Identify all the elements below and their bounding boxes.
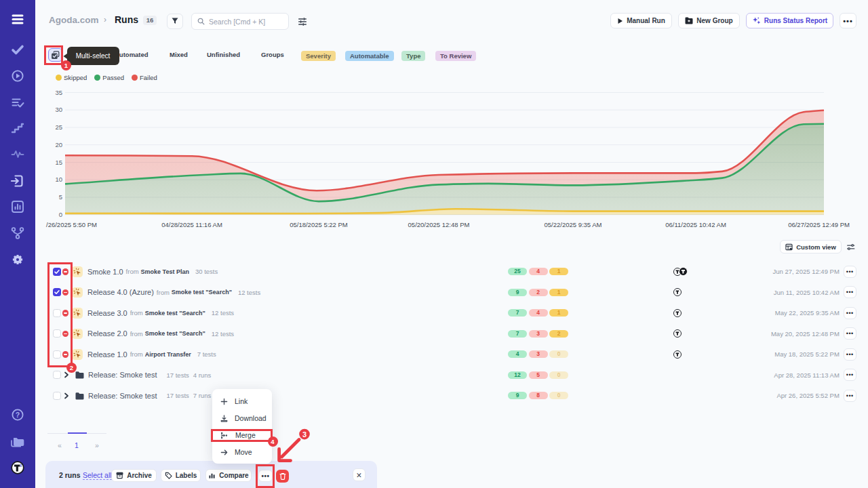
svg-text:05/22/2025 9:35 AM: 05/22/2025 9:35 AM [544,221,601,228]
svg-text:3: 3 [302,430,307,439]
svg-text:05/18/2025 5:22 PM: 05/18/2025 5:22 PM [290,221,348,228]
svg-text:0: 0 [59,211,62,218]
svg-text:25: 25 [55,123,62,131]
svg-text:20: 20 [55,141,62,148]
svg-text:35: 35 [55,89,62,96]
svg-text:05/20/2025 12:48 PM: 05/20/2025 12:48 PM [408,221,470,228]
svg-text:5: 5 [59,193,62,201]
svg-text:15: 15 [55,159,62,166]
svg-text:/26/2025 5:50 PM: /26/2025 5:50 PM [46,221,97,228]
svg-text:04/28/2025 11:16 AM: 04/28/2025 11:16 AM [161,221,222,228]
svg-text:?: ? [16,411,20,419]
svg-text:10: 10 [55,176,62,183]
svg-text:06/27/2025 12:49 PM: 06/27/2025 12:49 PM [788,221,850,228]
svg-text:06/11/2025 10:42 AM: 06/11/2025 10:42 AM [665,221,726,228]
svg-text:30: 30 [55,106,62,113]
